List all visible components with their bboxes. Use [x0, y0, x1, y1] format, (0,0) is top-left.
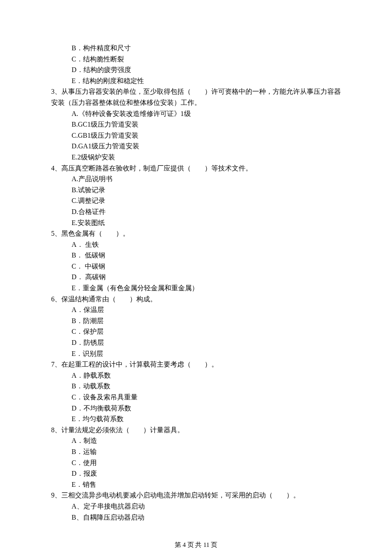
question-block: 6、保温结构通常由（ ）构成。 A．保温层 B．防潮层 C．保护层 D．防锈层 …: [51, 294, 341, 359]
question-block: 7、在起重工程的设计中，计算载荷主要考虑（ ）。 A．静载系数 B．动载系数 C…: [51, 359, 341, 425]
option-item: B．防潮层: [51, 315, 341, 327]
option-item: E．结构的刚度和稳定性: [51, 75, 341, 87]
option-item: C．保护层: [51, 326, 341, 337]
question-block: 5、黑色金属有（ ）。 A． 生铁 B． 低碳钢 C． 中碳钢 D． 高碳钢 E…: [51, 228, 341, 294]
question-block: 8、计量法规定必须依法（ ）计量器具。 A．制造 B．运输 C．使用 D．报废 …: [51, 425, 341, 490]
option-item: B．动载系数: [51, 381, 341, 392]
option-item: E．均匀载荷系数: [51, 413, 341, 425]
option-item: D．报废: [51, 468, 341, 479]
question-stem: 9、三相交流异步电动机要减小启动电流并增加启动转矩，可采用的启动（ ）。: [51, 490, 341, 501]
option-item: A．静载系数: [51, 370, 341, 381]
option-item: B． 低碳钢: [51, 250, 341, 261]
option-item: E.2级锅炉安装: [51, 152, 341, 163]
question-stem: 6、保温结构通常由（ ）构成。: [51, 294, 341, 305]
option-item: B.GC1级压力管道安装: [51, 119, 341, 130]
option-item: D． 高碳钢: [51, 272, 341, 283]
option-item: C．使用: [51, 457, 341, 468]
orphan-options: B．构件精度和尺寸 C．结构脆性断裂 D．结构的疲劳强度 E．结构的刚度和稳定性: [51, 43, 341, 86]
option-item: A.《特种设备安装改造维修许可证》1级: [51, 108, 341, 119]
option-item: D．防锈层: [51, 337, 341, 348]
question-block: 3、从事压力容器安装的单位，至少取得包括（ ）许可资格中的一种，方能允许从事压力…: [51, 86, 341, 162]
option-item: A．保温层: [51, 304, 341, 315]
option-item: D.合格证件: [51, 206, 341, 217]
option-item: C．设备及索吊具重量: [51, 392, 341, 403]
option-item: C.调整记录: [51, 195, 341, 206]
document-page: B．构件精度和尺寸 C．结构脆性断裂 D．结构的疲劳强度 E．结构的刚度和稳定性…: [0, 0, 392, 555]
option-item: A． 生铁: [51, 239, 341, 250]
option-item: B．运输: [51, 446, 341, 457]
option-item: D．不均衡载荷系数: [51, 403, 341, 414]
option-item: A、定子串接电抗器启动: [51, 501, 341, 512]
option-item: B.试验记录: [51, 185, 341, 196]
option-item: E.安装图纸: [51, 217, 341, 228]
option-item: A.产品说明书: [51, 173, 341, 185]
question-block: 9、三相交流异步电动机要减小启动电流并增加启动转矩，可采用的启动（ ）。 A、定…: [51, 490, 341, 523]
option-item: B．构件精度和尺寸: [51, 43, 341, 54]
option-item: C．结构脆性断裂: [51, 54, 341, 65]
option-item: D．结构的疲劳强度: [51, 64, 341, 75]
question-stem: 5、黑色金属有（ ）。: [51, 228, 341, 239]
question-stem: 4、高压真空断路器在验收时，制造厂应提供（ ）等技术文件。: [51, 163, 341, 174]
option-item: D.GA1级压力管道安装: [51, 141, 341, 152]
question-stem: 7、在起重工程的设计中，计算载荷主要考虑（ ）。: [51, 359, 341, 370]
option-item: E．重金属（有色金属分轻金属和重金属）: [51, 283, 341, 294]
option-item: E．识别层: [51, 348, 341, 359]
question-stem: 3、从事压力容器安装的单位，至少取得包括（ ）许可资格中的一种，方能允许从事压力…: [51, 86, 341, 108]
option-item: C.GB1级压力管道安装: [51, 130, 341, 141]
option-item: E．销售: [51, 479, 341, 490]
question-stem: 8、计量法规定必须依法（ ）计量器具。: [51, 425, 341, 436]
option-item: B、自耦降压启动器启动: [51, 512, 341, 523]
option-item: C． 中碳钢: [51, 261, 341, 272]
page-footer: 第 4 页 共 11 页: [51, 540, 341, 550]
option-item: A．制造: [51, 435, 341, 446]
question-block: 4、高压真空断路器在验收时，制造厂应提供（ ）等技术文件。 A.产品说明书 B.…: [51, 163, 341, 228]
